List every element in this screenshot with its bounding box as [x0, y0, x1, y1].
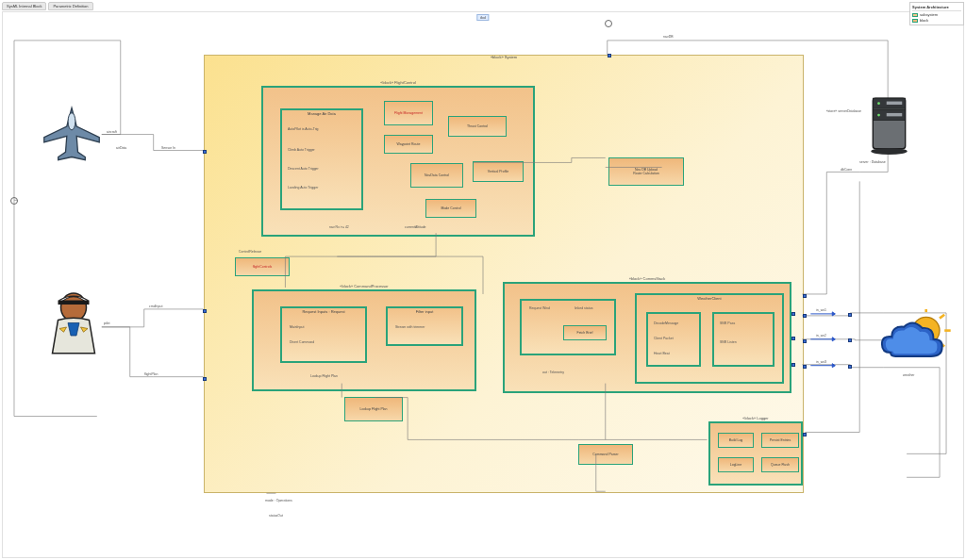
outer-port-left	[10, 197, 18, 205]
logger-queue[interactable]: Queue Flush	[761, 457, 799, 472]
logger-persist-label: Persist Entries	[770, 438, 791, 442]
comms-port-1[interactable]	[791, 312, 795, 316]
legend-row-1: subsystem	[920, 12, 938, 17]
pilot-icon[interactable]: pilot	[45, 284, 102, 359]
logger-build-label: Build Log	[729, 438, 743, 442]
server-icon[interactable]: «store» serverDatabase server : Database	[863, 92, 915, 158]
comms-req[interactable]: Request Wind linked status Fetch Brief	[520, 299, 616, 355]
aircraft-icon[interactable]: aircraft	[39, 102, 105, 163]
lbl-wx2: in_wx2	[816, 334, 826, 338]
navdb-row2: Route Calculation	[633, 172, 659, 175]
fc-row-b: Climb Auto Trigger	[288, 148, 315, 152]
fc-manage-airdata[interactable]: Manage Air Data AutoPilot is Auto-Trig C…	[280, 108, 363, 210]
cmdproc-title: «block» CommandProcessor	[340, 284, 388, 288]
pilot-label: pilot	[104, 321, 109, 325]
cmdproc-block[interactable]: «block» CommandProcessor Request Inputs …	[252, 289, 476, 391]
fc-waypoint[interactable]: Waypoint Route	[384, 135, 433, 154]
region-port-right-3[interactable]	[803, 339, 807, 343]
comms-snr2: SNR Listen	[720, 340, 737, 344]
ctrl-release-title: ControlRelease	[239, 250, 261, 254]
logger-block[interactable]: «block» Logger Build Log Persist Entries…	[708, 421, 803, 486]
aircraft-label: aircraft	[107, 130, 117, 134]
fc-navdata[interactable]: NavData Control	[410, 163, 463, 188]
fc-vertical-label: Vertical Profile	[488, 170, 508, 173]
comms-out-label: out : Telemetry	[542, 371, 564, 374]
lbl-status: statusOut	[269, 514, 283, 518]
region-port-left-2[interactable]	[203, 309, 207, 313]
cmdproc-r1: MainInput	[290, 325, 304, 329]
cmd-parser[interactable]: Command Parser	[578, 444, 633, 465]
svg-point-6	[877, 102, 880, 105]
lbl-wx3: in_wx3	[816, 360, 826, 364]
svg-point-0	[68, 113, 75, 130]
lbl-airdata: airData	[116, 146, 126, 150]
server-store-label: «store» serverDatabase	[824, 109, 861, 113]
system-block[interactable]: «block» System «block» FlightControl Man…	[204, 55, 804, 493]
legend-title: System Architecture	[912, 5, 961, 11]
fc-manage-airdata-label: Manage Air Data	[308, 111, 336, 116]
comms-block[interactable]: «block» CommsStack Request Wind linked s…	[503, 282, 791, 393]
ext-port-wx1[interactable]	[848, 313, 852, 317]
logger-line-label: LogLine	[730, 463, 741, 467]
fc-guard: nav Rx >= 42	[329, 225, 349, 229]
navdb-block[interactable]: Nav DB Upload Route Calculation	[608, 157, 684, 186]
comms-snr[interactable]: SNR Pass SNR Listen	[712, 312, 774, 367]
region-port-right-5[interactable]	[803, 433, 807, 436]
comms-decode[interactable]: DecodeMessage Client Packet Heart Beat	[646, 312, 701, 367]
region-port-right-2[interactable]	[803, 314, 807, 318]
lbl-navdb: navDB	[663, 35, 674, 39]
svg-line-13	[940, 315, 944, 319]
flightcontrol-block[interactable]: «block» FlightControl Manage Air Data Au…	[261, 86, 535, 237]
fc-alt: currentAltitude	[405, 225, 426, 229]
legend-row-2: block	[920, 18, 928, 23]
svg-rect-8	[887, 102, 903, 105]
comms-r1: Request Wind	[529, 306, 550, 310]
ctrl-release[interactable]: flightControls	[235, 257, 290, 276]
tab-2[interactable]: Parametric Definition	[48, 2, 92, 10]
lbl-wx1: in_wx1	[816, 308, 826, 312]
region-port-right-1[interactable]	[803, 294, 807, 298]
server-label: server : Database	[859, 160, 886, 164]
comms-fetch[interactable]: Fetch Brief	[563, 325, 607, 340]
comms-fetch-label: Fetch Brief	[577, 331, 593, 335]
region-port-top[interactable]	[608, 54, 611, 58]
lookup-fp[interactable]: Lookup Flight Plan	[344, 397, 403, 421]
comms-port-3[interactable]	[791, 363, 795, 367]
ext-port-wx2[interactable]	[848, 338, 852, 342]
comms-decode-r3: Heart Beat	[654, 352, 670, 355]
diagram-canvas[interactable]: ibd	[2, 11, 964, 558]
ext-port-wx3[interactable]	[848, 365, 852, 369]
fc-flight-mgmt[interactable]: Flight Management	[384, 101, 433, 125]
mode-ops-label: mode : Operations	[265, 499, 292, 502]
cmd-parser-label: Command Parser	[592, 453, 618, 456]
cmdproc-inner2-label: Filter input	[416, 309, 434, 314]
fc-vertical[interactable]: Vertical Profile	[473, 161, 524, 182]
comms-port-2[interactable]	[791, 337, 795, 340]
lookup-fp-label: Lookup Flight Plan	[360, 407, 388, 411]
outer-port-top	[605, 20, 612, 27]
logger-queue-label: Queue Flush	[771, 463, 790, 467]
fc-row-c: Descent Auto Trigger	[288, 167, 319, 171]
fc-row-d: Landing Auto Trigger	[288, 186, 318, 189]
system-block-label: «block» System	[491, 55, 517, 59]
tab-1[interactable]: SysML Internal Block	[2, 2, 46, 10]
legend-panel: System Architecture subsystem block	[909, 2, 964, 25]
logger-persist[interactable]: Persist Entries	[761, 433, 799, 448]
region-port-right-4[interactable]	[803, 365, 807, 369]
region-port-left-1[interactable]	[203, 150, 207, 154]
weather-icon[interactable]: weather	[878, 309, 952, 371]
comms-snr1: SNR Pass	[720, 321, 735, 325]
fc-mode[interactable]: Mode Control	[425, 199, 476, 218]
region-port-left-3[interactable]	[203, 377, 207, 381]
fc-mode-label: Mode Control	[441, 206, 460, 210]
logger-line[interactable]: LogLine	[718, 457, 754, 472]
fc-thrust[interactable]: Thrust Control	[448, 116, 507, 137]
svg-rect-9	[887, 113, 903, 116]
cmdproc-inner[interactable]: Request Inputs : Request MainInput Diver…	[280, 306, 367, 363]
cmdproc-inner2[interactable]: Filter input Stream with trimmer	[386, 306, 463, 346]
cmdproc-r4: Lookup Flight Plan	[310, 374, 338, 378]
logger-build[interactable]: Build Log	[718, 433, 754, 448]
cmdproc-inner-label: Request Inputs : Request	[302, 309, 344, 314]
weather-label: weather	[903, 373, 914, 377]
comms-client[interactable]: WeatherClient DecodeMessage Client Packe…	[635, 293, 784, 384]
